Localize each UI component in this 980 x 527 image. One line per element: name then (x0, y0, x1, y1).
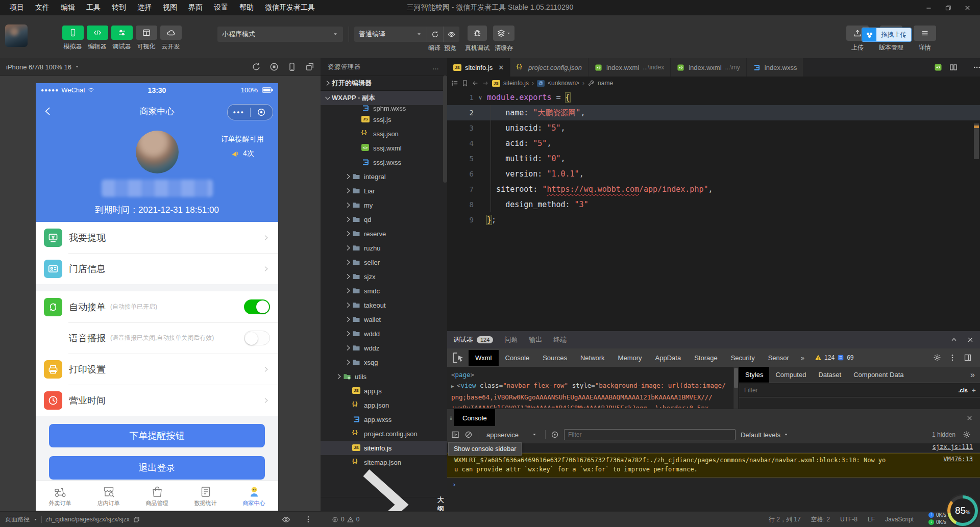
context-select[interactable]: appservice (483, 431, 540, 439)
styles-tab-Dataset[interactable]: Dataset (812, 367, 847, 383)
folder-xsqg[interactable]: xsqg (321, 355, 447, 369)
log-levels-select[interactable]: Default levels (741, 431, 789, 439)
editor-tab-siteinfo.js[interactable]: JSsiteinfo.js✕ (447, 58, 510, 77)
mode-button-编辑器[interactable]: 编辑器 (86, 26, 109, 51)
editor-tab-project.config.json[interactable]: {..}project.config.json (510, 58, 589, 77)
inspect-icon[interactable] (451, 351, 464, 364)
menu-item[interactable]: 工具 (82, 2, 105, 14)
file-app.json[interactable]: {..}app.json (321, 398, 447, 412)
file-sssj.json[interactable]: {..}sssj.json (321, 127, 447, 141)
tab-商家中心[interactable]: 商家中心 (230, 481, 278, 511)
menu-item[interactable]: 视图 (158, 2, 182, 14)
file-app.wxss[interactable]: app.wxss (321, 412, 447, 426)
more-tabs-button[interactable]: » (797, 354, 808, 362)
file-sssj.js[interactable]: JSsssj.js (321, 112, 447, 127)
devtools-tab-Storage[interactable]: Storage (688, 350, 724, 366)
drag-handle-icon[interactable]: ⁞⁞ (447, 409, 454, 426)
mode-button-调试器[interactable]: 调试器 (110, 26, 133, 51)
editor-tab-index.wxml[interactable]: index.wxml...\index (589, 58, 671, 77)
page-path-select[interactable]: 页面路径 (5, 515, 30, 524)
button-退出登录[interactable]: 退出登录 (49, 456, 265, 480)
problems-summary[interactable]: 0 0 (332, 512, 359, 527)
preview-button[interactable] (443, 27, 459, 42)
more-button[interactable]: ●●● (228, 110, 250, 115)
menu-row-自动接单[interactable]: 自动接单(自动接单已开启) (36, 291, 278, 322)
devtools-tab-Security[interactable]: Security (724, 350, 762, 366)
editor-scrollbar[interactable] (974, 123, 979, 159)
restore-button[interactable] (938, 0, 958, 15)
kebab-menu-icon[interactable] (948, 354, 957, 362)
breadcrumb-item[interactable]: siteinfo.js (503, 80, 529, 87)
menu-item[interactable]: 界面 (184, 2, 207, 14)
folder-wddd[interactable]: wddd (321, 327, 447, 341)
detach-window-icon[interactable] (305, 62, 314, 71)
explorer-more-button[interactable]: … (432, 63, 440, 71)
memory-gauge[interactable]: 85% (947, 495, 978, 526)
menu-item[interactable]: 编辑 (56, 2, 80, 14)
language-mode[interactable]: JavaScript (885, 516, 914, 523)
file-sphm.wxss[interactable]: sphm.wxss (321, 105, 447, 112)
indent-setting[interactable]: 空格: 2 (811, 515, 830, 524)
styles-tab-Computed[interactable]: Computed (769, 367, 812, 383)
mode-button-云开发[interactable]: 云开发 (159, 26, 182, 51)
copy-icon[interactable] (133, 516, 140, 523)
issue-counts[interactable]: 124 69 (815, 354, 853, 361)
wxml-node[interactable]: ▶ <view class="navbar flex-row" style="b… (451, 380, 733, 392)
debugger-tab-调试器[interactable]: 调试器124 (453, 335, 493, 344)
toggle-on[interactable] (244, 299, 270, 314)
mode-select[interactable]: 小程序模式 (217, 27, 343, 42)
folder-qd[interactable]: qd (321, 212, 447, 227)
mode-button-模拟器[interactable]: 模拟器 (61, 26, 84, 51)
folder-seller[interactable]: seller (321, 255, 447, 269)
clear-cache-button[interactable] (493, 26, 514, 41)
debugger-tab-终端[interactable]: 终端 (553, 335, 567, 344)
file-app.js[interactable]: JSapp.js (321, 384, 447, 398)
devtools-tab-Wxml[interactable]: Wxml (469, 350, 499, 366)
collapse-icon[interactable] (950, 336, 958, 343)
kebab-menu-icon[interactable] (304, 515, 312, 523)
tab-商品管理[interactable]: 商品管理 (133, 481, 181, 511)
folder-my[interactable]: my (321, 198, 447, 212)
menu-item[interactable]: 项目 (5, 2, 29, 14)
folder-reserve[interactable]: reserve (321, 227, 447, 241)
device-icon[interactable] (287, 62, 297, 71)
live-expression-icon[interactable] (551, 431, 559, 439)
folder-smdc[interactable]: smdc (321, 284, 447, 298)
device-select[interactable]: iPhone 6/7/8 100% 16 (6, 63, 71, 71)
explorer-section[interactable]: WXAPP - 副本 (321, 90, 447, 105)
file-sssj.wxss[interactable]: sssj.wxss (321, 155, 447, 169)
wxml-scrollbar[interactable] (733, 367, 739, 409)
folder-utils[interactable]: utils (321, 369, 447, 384)
tab-外卖订单[interactable]: 外卖订单 (36, 481, 84, 511)
menu-item[interactable]: 转到 (107, 2, 131, 14)
back-icon[interactable] (43, 106, 53, 116)
wxml-node[interactable]: <page> (451, 369, 733, 380)
console-log[interactable]: sjzx.js:111 VM476:13 WXMLRT_$7a685f636a6… (447, 443, 980, 512)
folder-wddz[interactable]: wddz (321, 341, 447, 355)
tab-店内订单[interactable]: 店内订单 (84, 481, 133, 511)
visibility-icon[interactable] (282, 515, 290, 524)
encoding[interactable]: UTF-8 (840, 516, 857, 523)
breadcrumb-item[interactable]: name (598, 80, 613, 87)
devtools-tab-Network[interactable]: Network (574, 350, 611, 366)
refresh-icon[interactable] (252, 62, 261, 71)
devtools-tab-Sensor[interactable]: Sensor (762, 350, 796, 366)
outline-section[interactable]: 大纲 (321, 497, 447, 512)
minimize-button[interactable] (919, 0, 938, 15)
styles-tab-Styles[interactable]: Styles (739, 367, 769, 383)
source-link[interactable]: VM476:13 (943, 456, 973, 463)
menu-row-语音播报[interactable]: 语音播报(语音播报已关闭,自动接单关闭后有效) (36, 322, 278, 354)
eol[interactable]: LF (868, 516, 875, 523)
folder-wallet[interactable]: wallet (321, 312, 447, 327)
menu-row-营业时间[interactable]: 营业时间 (36, 385, 278, 416)
record-icon[interactable] (257, 108, 266, 117)
tab-数据统计[interactable]: 数据统计 (181, 481, 230, 511)
more-actions-icon[interactable] (965, 63, 973, 71)
source-link[interactable]: sjzx.js:111 (933, 443, 973, 450)
compile-select[interactable]: 普通编译 (354, 27, 427, 42)
devtools-tab-Console[interactable]: Console (499, 350, 536, 366)
debugger-tab-问题[interactable]: 问题 (504, 335, 518, 344)
folder-ruzhu[interactable]: ruzhu (321, 241, 447, 255)
wxml-tree[interactable]: <page>▶ <view class="navbar flex-row" st… (447, 367, 733, 409)
console-filter-input[interactable] (564, 429, 736, 440)
